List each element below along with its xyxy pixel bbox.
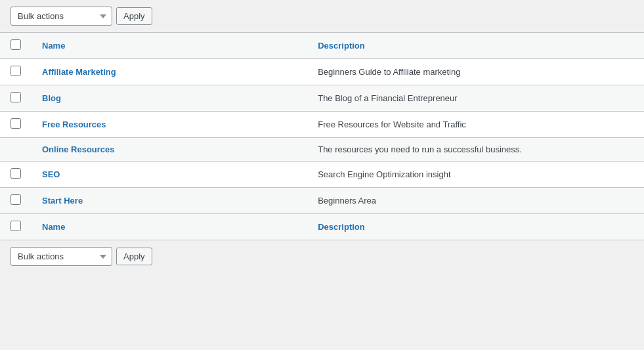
row-description-cell: The Blog of a Financial Entrepreneur [307,85,644,112]
categories-table: Name Description Affiliate MarketingBegi… [0,32,644,240]
row-description-cell: The resources you need to run a successf… [307,138,644,162]
table-row: Affiliate MarketingBeginners Guide to Af… [0,59,644,85]
row-name-link-5[interactable]: SEO [42,169,60,179]
row-name-link-2[interactable]: Blog [42,93,61,103]
row-checkbox-cell [0,59,32,85]
description-column-link[interactable]: Description [318,41,365,51]
table-header-row: Name Description [0,33,644,59]
row-name-link-4[interactable]: Online Resources [42,144,115,154]
bulk-actions-select-bottom[interactable]: Bulk actions [11,247,112,266]
table-row: SEOSearch Engine Optimization insight [0,162,644,188]
row-name-cell: Free Resources [32,112,307,138]
description-footer-link[interactable]: Description [318,222,365,232]
description-column-footer: Description [307,214,644,240]
row-checkbox-cell [0,112,32,138]
bulk-actions-select-top[interactable]: Bulk actions [11,7,112,26]
row-name-link-6[interactable]: Start Here [42,196,83,206]
table-row: BlogThe Blog of a Financial Entrepreneur [0,85,644,112]
row-checkbox-2[interactable] [11,92,21,102]
row-checkbox-1[interactable] [11,66,21,76]
apply-button-top[interactable]: Apply [116,7,152,25]
select-all-checkbox-top[interactable] [11,39,21,50]
select-all-footer [0,214,32,240]
row-name-cell: Affiliate Marketing [32,59,307,85]
row-checkbox-cell [0,85,32,112]
row-checkbox-5[interactable] [11,168,21,179]
select-all-checkbox-bottom[interactable] [11,221,21,231]
description-column-header: Description [307,33,644,59]
row-name-cell: Start Here [32,188,307,214]
row-checkbox-3[interactable] [11,118,21,129]
table-row: Free ResourcesFree Resources for Website… [0,112,644,138]
row-name-cell: Blog [32,85,307,112]
row-name-cell: Online Resources [32,138,307,162]
name-column-link[interactable]: Name [42,41,65,51]
table-footer-row: Name Description [0,214,644,240]
name-column-header: Name [32,33,307,59]
row-checkbox-6[interactable] [11,194,21,205]
row-description-cell: Free Resources for Website and Traffic [307,112,644,138]
top-toolbar: Bulk actions Apply [0,0,644,32]
table-row: Start HereBeginners Area [0,188,644,214]
name-footer-link[interactable]: Name [42,222,65,232]
row-checkbox-cell [0,162,32,188]
row-description-cell: Beginners Area [307,188,644,214]
apply-button-bottom[interactable]: Apply [116,248,152,265]
row-name-link-1[interactable]: Affiliate Marketing [42,67,116,77]
row-description-cell: Beginners Guide to Affiliate marketing [307,59,644,85]
bottom-toolbar: Bulk actions Apply [0,240,644,273]
row-name-link-3[interactable]: Free Resources [42,120,106,129]
row-description-cell: Search Engine Optimization insight [307,162,644,188]
row-checkbox-cell [0,188,32,214]
row-checkbox-cell [0,138,32,162]
select-all-header [0,33,32,59]
name-column-footer: Name [32,214,307,240]
row-name-cell: SEO [32,162,307,188]
table-row: Online ResourcesThe resources you need t… [0,138,644,162]
table-body: Affiliate MarketingBeginners Guide to Af… [0,59,644,214]
